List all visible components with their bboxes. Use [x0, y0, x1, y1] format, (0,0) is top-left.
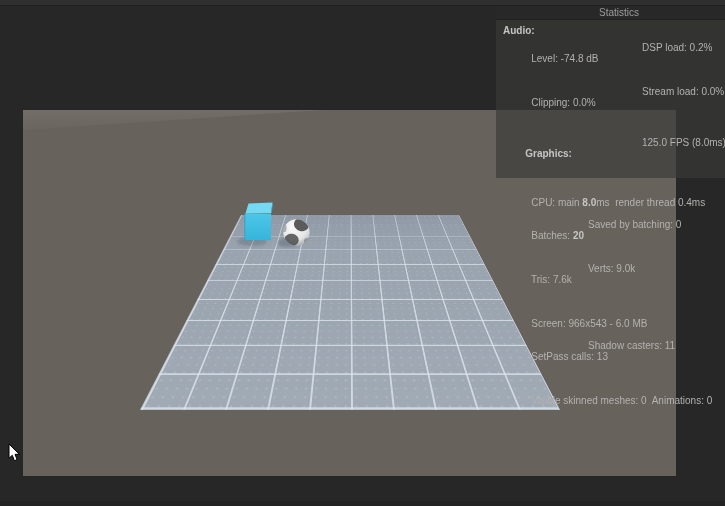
audio-level: Level: -74.8 dB: [531, 53, 598, 64]
unity-editor-screen: Statistics Audio: Level: -74.8 dB DSP lo…: [0, 0, 725, 506]
saved-by-batching: Saved by batching: 0: [588, 219, 681, 230]
audio-clipping: Clipping: 0.0%: [531, 97, 595, 108]
cpu-prefix: CPU: main: [531, 197, 582, 208]
audio-stream-load: Stream load: 0.0%: [642, 86, 724, 97]
verts-value: Verts: 9.0k: [588, 263, 635, 274]
setpass-calls: SetPass calls: 13: [531, 351, 608, 362]
audio-dsp-load: DSP load: 0.2%: [642, 42, 712, 53]
audio-row-level: Level: -74.8 dB DSP load: 0.2%: [509, 42, 725, 86]
audio-section-label: Audio:: [503, 25, 535, 36]
shadow-casters: Shadow casters: 11: [588, 340, 675, 351]
visible-meshes-animations: Visible skinned meshes: 0 Animations: 0: [531, 395, 712, 406]
game-object-cube: [244, 203, 273, 240]
graphics-section-label: Graphics:: [525, 148, 572, 159]
statistics-panel: Statistics Audio: Level: -74.8 dB DSP lo…: [496, 6, 725, 178]
cpu-render-thread: ms render thread 0.4ms: [596, 197, 705, 208]
screen-row: Screen: 966x543 - 6.0 MB: [509, 307, 725, 340]
cpu-main-ms: 8.0: [582, 197, 596, 208]
visible-meshes-row: Visible skinned meshes: 0 Animations: 0: [509, 384, 725, 417]
arrow-cursor-icon: [8, 443, 21, 463]
cpu-row: CPU: main 8.0ms render thread 0.4ms: [509, 186, 725, 219]
tris-value: Tris: 7.6k: [531, 274, 572, 285]
statistics-title: Statistics: [496, 6, 725, 20]
batches-value: 20: [573, 230, 584, 241]
screen-value: Screen: 966x543 - 6.0 MB: [531, 318, 647, 329]
tris-verts-row: Tris: 7.6k Verts: 9.0k: [509, 263, 725, 307]
statistics-body: Audio: Level: -74.8 dB DSP load: 0.2% Cl…: [496, 20, 725, 178]
audio-row-clipping: Clipping: 0.0% Stream load: 0.0%: [509, 86, 725, 130]
setpass-row: SetPass calls: 13 Shadow casters: 11: [509, 340, 725, 384]
batches-label: Batches:: [531, 230, 573, 241]
graphics-header-row: Graphics: 125.0 FPS (8.0ms): [509, 137, 725, 181]
fps-value: 125.0 FPS (8.0ms): [642, 137, 725, 148]
batches-row: Batches: 20 Saved by batching: 0: [509, 219, 725, 263]
window-bottom-edge: [0, 501, 725, 506]
